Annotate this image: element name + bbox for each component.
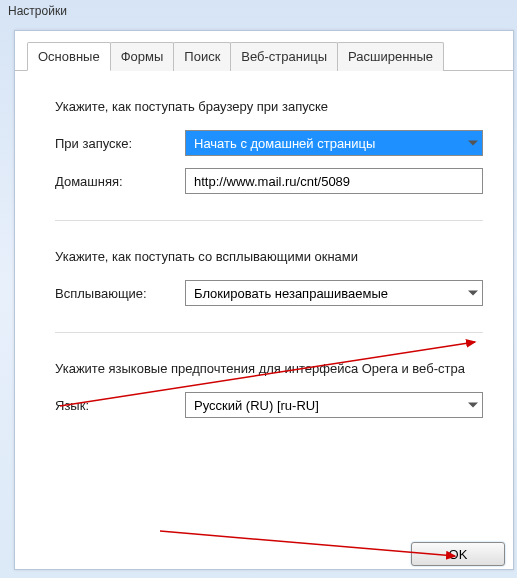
- language-label: Язык:: [55, 398, 185, 413]
- tab-advanced[interactable]: Расширенные: [337, 42, 444, 71]
- tab-webpages[interactable]: Веб-страницы: [230, 42, 338, 71]
- startup-heading: Укажите, как поступать браузеру при запу…: [55, 99, 483, 114]
- tab-general[interactable]: Основные: [27, 42, 111, 71]
- on-start-select[interactable]: Начать с домашней страницы: [185, 130, 483, 156]
- home-label: Домашняя:: [55, 174, 185, 189]
- chevron-down-icon: [468, 403, 478, 408]
- tab-bar: Основные Формы Поиск Веб-страницы Расшир…: [15, 31, 513, 71]
- divider: [55, 220, 483, 221]
- settings-dialog: Основные Формы Поиск Веб-страницы Расшир…: [14, 30, 514, 570]
- popups-heading: Укажите, как поступать со всплывающими о…: [55, 249, 483, 264]
- language-select[interactable]: Русский (RU) [ru-RU]: [185, 392, 483, 418]
- ok-button[interactable]: OK: [411, 542, 505, 566]
- window-title: Настройки: [0, 0, 517, 22]
- popups-label: Всплывающие:: [55, 286, 185, 301]
- popups-select[interactable]: Блокировать незапрашиваемые: [185, 280, 483, 306]
- on-start-label: При запуске:: [55, 136, 185, 151]
- tab-forms[interactable]: Формы: [110, 42, 175, 71]
- popups-value: Блокировать незапрашиваемые: [194, 286, 388, 301]
- tab-content: Укажите, как поступать браузеру при запу…: [15, 71, 513, 440]
- home-input[interactable]: [185, 168, 483, 194]
- tab-search[interactable]: Поиск: [173, 42, 231, 71]
- chevron-down-icon: [468, 291, 478, 296]
- chevron-down-icon: [468, 141, 478, 146]
- divider: [55, 332, 483, 333]
- on-start-value: Начать с домашней страницы: [194, 136, 375, 151]
- language-value: Русский (RU) [ru-RU]: [194, 398, 319, 413]
- language-heading: Укажите языковые предпочтения для интерф…: [55, 361, 483, 376]
